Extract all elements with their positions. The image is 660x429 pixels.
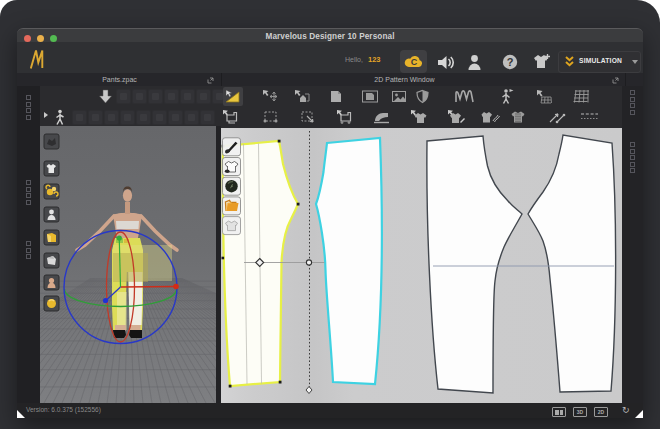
svg-text:?: ? — [507, 56, 514, 68]
svg-text:C: C — [411, 57, 418, 67]
